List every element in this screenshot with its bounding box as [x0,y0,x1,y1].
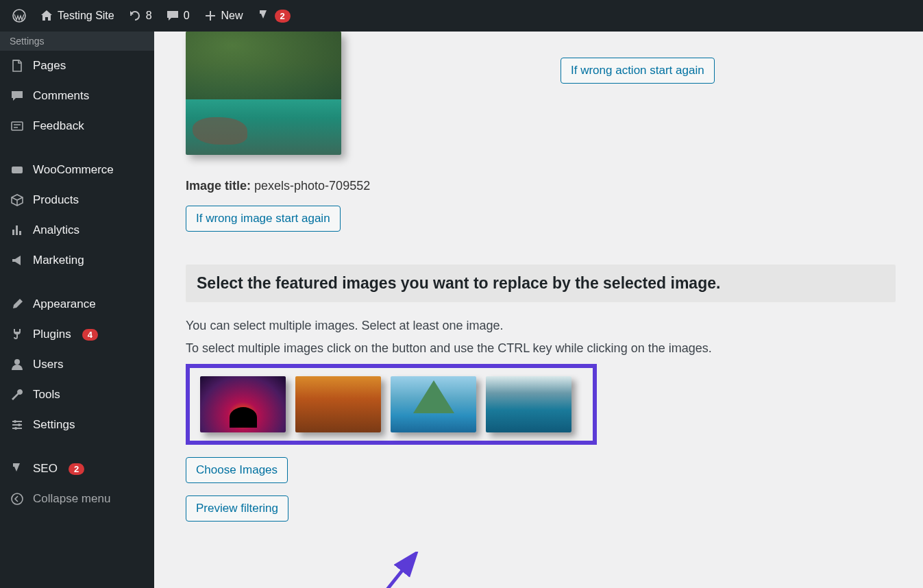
home-icon [40,9,53,23]
wrench-icon [10,388,25,402]
page-icon [10,59,25,73]
image-title-label: Image title: [186,179,251,193]
plug-icon [10,328,25,341]
sidebar-item-label: Products [33,193,79,207]
sidebar-item-marketing[interactable]: Marketing [0,245,154,275]
sidebar-item-label: Tools [33,388,60,402]
sidebar-item-label: Analytics [33,223,79,237]
sidebar-item-comments[interactable]: Comments [0,81,154,111]
sidebar-item-settings[interactable]: Settings [0,410,154,440]
hint-text-2: To select multiple images click on the b… [186,341,896,356]
svg-point-3 [14,359,20,365]
svg-point-7 [12,493,23,504]
sidebar-item-label: SEO [33,462,58,476]
refresh-count: 8 [146,10,152,22]
yoast-icon [10,462,25,476]
hint-text-1: You can select multiple images. Select a… [186,319,896,333]
sidebar-item-plugins[interactable]: Plugins 4 [0,319,154,350]
sidebar-item-woocommerce[interactable]: WooCommerce [0,155,154,185]
sliders-icon [10,418,25,432]
sidebar-item-pages[interactable]: Pages [0,51,154,81]
new-label: New [221,10,243,22]
svg-point-6 [14,427,17,430]
comment-icon [166,9,180,23]
plugins-count-badge: 4 [82,329,98,341]
sidebar-item-settings-partial[interactable]: Settings [0,32,154,51]
collapse-icon [10,492,25,506]
sidebar-item-label: Users [33,358,63,371]
svg-rect-2 [12,167,23,173]
annotation-arrow-icon [380,552,435,588]
image-title-line: Image title: pexels-photo-709552 [186,179,896,193]
admin-bar: Testing Site 8 0 New 2 [0,0,923,32]
sidebar-item-label: Pages [33,59,66,73]
preview-filtering-button[interactable]: Preview filtering [186,495,288,522]
sidebar-item-label: Feedback [33,119,84,133]
sidebar-item-feedback[interactable]: Feedback [0,111,154,141]
sidebar-item-tools[interactable]: Tools [0,380,154,410]
image-title-value: pexels-photo-709552 [254,179,370,193]
sidebar-item-label: Settings [33,418,75,432]
refresh-item[interactable]: 8 [121,0,159,32]
products-icon [10,193,25,207]
svg-point-4 [14,420,16,423]
thumbnail-image[interactable] [391,376,476,432]
sidebar-item-label: Appearance [33,297,96,311]
wp-logo[interactable] [5,0,33,32]
admin-sidebar: Settings Pages Comments Feedback WooComm… [0,32,154,588]
main-content: If wrong action start again Image title:… [154,32,923,549]
woo-icon [10,163,25,177]
sidebar-item-users[interactable]: Users [0,350,154,380]
site-home[interactable]: Testing Site [33,0,121,32]
thumbnail-image[interactable] [295,376,381,432]
refresh-icon [128,9,142,23]
yoast-item[interactable]: 2 [250,0,297,32]
yoast-icon [257,9,271,23]
comment-icon [10,89,25,103]
feedback-icon [10,119,25,133]
wrong-action-button[interactable]: If wrong action start again [561,58,715,84]
sidebar-item-label: Marketing [33,254,84,267]
sidebar-item-label: Plugins [33,328,71,341]
analytics-icon [10,223,25,237]
user-icon [10,358,25,371]
sidebar-item-appearance[interactable]: Appearance [0,289,154,319]
choose-images-button[interactable]: Choose Images [186,457,288,483]
comments-count: 0 [184,10,190,22]
svg-rect-1 [12,122,23,130]
wordpress-icon [12,9,26,23]
wrong-image-button[interactable]: If wrong image start again [186,206,341,232]
new-item[interactable]: New [197,0,250,32]
svg-point-5 [18,424,21,426]
sidebar-item-label: Comments [33,89,89,103]
thumbnail-image[interactable] [200,376,286,432]
seo-count-badge: 2 [69,463,84,475]
comments-item[interactable]: 0 [159,0,197,32]
yoast-badge: 2 [275,10,291,23]
sidebar-item-seo[interactable]: SEO 2 [0,454,154,484]
sidebar-item-analytics[interactable]: Analytics [0,215,154,245]
collapse-menu[interactable]: Collapse menu [0,484,154,514]
sidebar-item-label: WooCommerce [33,163,114,177]
thumbnail-image[interactable] [486,376,571,432]
selected-thumbnails-row [186,364,597,445]
section-heading: Select the featured images you want to r… [186,265,896,302]
site-title: Testing Site [58,10,114,22]
plus-icon [204,9,217,23]
brush-icon [10,297,25,311]
marketing-icon [10,254,25,267]
sidebar-item-products[interactable]: Products [0,185,154,215]
selected-image-preview [186,32,341,155]
collapse-label: Collapse menu [33,492,110,506]
sidebar-item-label: Settings [10,36,45,47]
